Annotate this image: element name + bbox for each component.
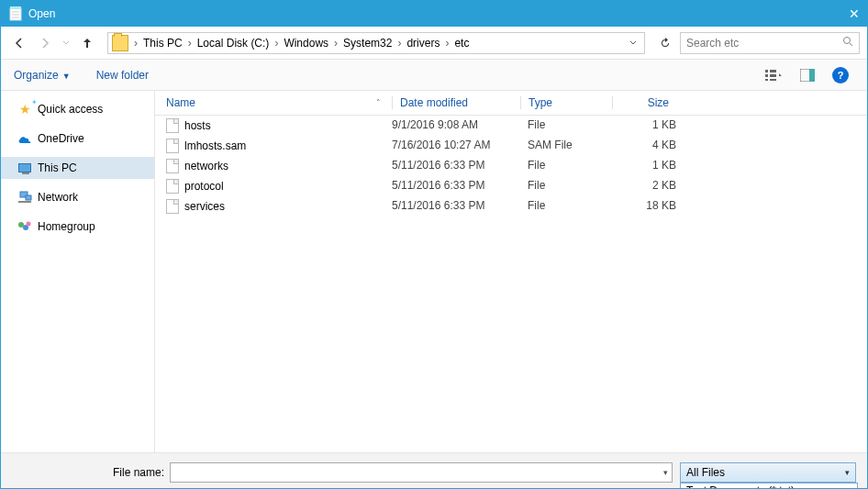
filetype-dropdown: Text Documents (*.txt) All Files <box>680 483 858 489</box>
main-area: ★ Quick access OneDrive This PC Network … <box>1 91 867 452</box>
up-button[interactable] <box>76 32 98 54</box>
this-pc-icon <box>17 161 32 175</box>
sidebar-item-network[interactable]: Network <box>1 186 154 208</box>
file-name: networks <box>184 160 228 172</box>
file-type: SAM File <box>528 139 619 153</box>
title-bar: Open ✕ <box>1 1 867 27</box>
svg-rect-16 <box>26 195 31 200</box>
file-date: 9/1/2016 9:08 AM <box>392 118 528 133</box>
nav-row: › This PC › Local Disk (C:) › Windows › … <box>1 27 867 60</box>
chevron-right-icon: › <box>273 37 280 50</box>
file-size: 1 KB <box>619 159 685 173</box>
file-row[interactable]: lmhosts.sam7/16/2016 10:27 AMSAM File4 K… <box>155 136 867 156</box>
footer: File name: ▾ All Files ▾ Text Documents … <box>1 452 867 489</box>
svg-point-20 <box>27 222 31 227</box>
sidebar-item-onedrive[interactable]: OneDrive <box>1 128 154 150</box>
sidebar-item-this-pc[interactable]: This PC <box>1 157 154 179</box>
sidebar-item-quick-access[interactable]: ★ Quick access <box>1 98 154 120</box>
onedrive-icon <box>17 131 32 146</box>
toolbar: Organize▼ New folder ? <box>1 60 867 91</box>
svg-rect-7 <box>765 70 768 72</box>
search-icon <box>842 36 853 50</box>
chevron-down-icon: ▾ <box>845 468 850 477</box>
help-button[interactable]: ? <box>827 64 854 86</box>
help-icon: ? <box>832 67 849 83</box>
file-name: protocol <box>184 180 224 193</box>
view-options-button[interactable] <box>761 64 788 86</box>
svg-rect-12 <box>770 79 776 81</box>
breadcrumb-item[interactable]: Local Disk (C:) <box>195 37 272 50</box>
sidebar: ★ Quick access OneDrive This PC Network … <box>1 91 155 452</box>
back-button[interactable] <box>8 32 30 54</box>
svg-point-18 <box>18 222 24 228</box>
file-size: 1 KB <box>619 118 685 133</box>
file-icon <box>166 139 179 153</box>
filetype-option[interactable]: Text Documents (*.txt) <box>681 483 857 489</box>
breadcrumb-item[interactable]: etc <box>452 37 471 50</box>
breadcrumb-item[interactable]: This PC <box>141 37 184 50</box>
notepad-icon <box>8 6 23 21</box>
chevron-right-icon: › <box>395 37 403 50</box>
search-input[interactable]: Search etc <box>680 32 860 54</box>
sidebar-item-homegroup[interactable]: Homegroup <box>1 216 154 238</box>
preview-pane-button[interactable] <box>794 64 821 86</box>
file-date: 5/11/2016 6:33 PM <box>392 179 528 194</box>
refresh-button[interactable] <box>654 32 676 54</box>
file-list-pane: Name ˄ Date modified Type Size hosts9/1/… <box>155 91 867 452</box>
svg-rect-1 <box>10 6 21 9</box>
file-icon <box>166 179 179 194</box>
breadcrumb-item[interactable]: drivers <box>405 37 441 50</box>
column-size[interactable]: Size <box>612 96 678 109</box>
breadcrumb-item[interactable]: Windows <box>282 37 330 50</box>
organize-menu[interactable]: Organize▼ <box>14 69 71 82</box>
recent-dropdown[interactable] <box>60 32 72 54</box>
filename-label: File name: <box>12 466 170 479</box>
file-size: 2 KB <box>619 179 685 194</box>
chevron-right-icon: › <box>132 37 139 50</box>
file-type: File <box>528 159 619 173</box>
file-icon <box>166 199 179 214</box>
folder-icon <box>112 35 128 51</box>
network-icon <box>17 190 32 205</box>
chevron-right-icon: › <box>443 37 451 50</box>
forward-button[interactable] <box>34 32 56 54</box>
file-size: 4 KB <box>619 139 685 153</box>
file-date: 5/11/2016 6:33 PM <box>392 199 528 214</box>
breadcrumb-bar[interactable]: › This PC › Local Disk (C:) › Windows › … <box>107 32 645 54</box>
breadcrumb-dropdown[interactable] <box>626 37 640 50</box>
file-type: File <box>528 118 619 133</box>
filename-input[interactable]: ▾ <box>170 462 673 483</box>
chevron-right-icon: › <box>332 37 339 50</box>
file-name: services <box>184 200 225 213</box>
file-size: 18 KB <box>619 199 685 214</box>
svg-rect-10 <box>770 70 776 72</box>
column-type[interactable]: Type <box>520 96 612 109</box>
file-row[interactable]: hosts9/1/2016 9:08 AMFile1 KB <box>155 116 867 136</box>
column-date[interactable]: Date modified <box>392 96 520 109</box>
quick-access-icon: ★ <box>17 102 32 117</box>
file-icon <box>166 159 179 173</box>
svg-rect-14 <box>809 69 815 82</box>
chevron-down-icon: ▾ <box>663 468 668 477</box>
file-date: 5/11/2016 6:33 PM <box>392 159 528 173</box>
svg-rect-8 <box>765 74 768 77</box>
breadcrumb-item[interactable]: System32 <box>341 37 394 50</box>
column-headers: Name ˄ Date modified Type Size <box>155 91 867 116</box>
file-row[interactable]: services5/11/2016 6:33 PMFile18 KB <box>155 196 867 217</box>
file-row[interactable]: networks5/11/2016 6:33 PMFile1 KB <box>155 156 867 176</box>
new-folder-button[interactable]: New folder <box>96 69 149 82</box>
file-icon <box>166 118 179 133</box>
svg-point-5 <box>844 38 851 44</box>
chevron-right-icon: › <box>186 37 194 50</box>
file-type: File <box>528 179 619 194</box>
file-row[interactable]: protocol5/11/2016 6:33 PMFile2 KB <box>155 176 867 196</box>
column-name[interactable]: Name ˄ <box>155 96 392 109</box>
homegroup-icon <box>17 219 32 234</box>
file-name: hosts <box>184 119 211 132</box>
svg-rect-9 <box>765 79 768 81</box>
svg-rect-11 <box>770 74 776 77</box>
window-title: Open <box>28 7 823 20</box>
close-button[interactable]: ✕ <box>823 6 860 21</box>
sort-indicator-icon: ˄ <box>376 98 381 107</box>
filetype-select[interactable]: All Files ▾ Text Documents (*.txt) All F… <box>680 462 856 483</box>
